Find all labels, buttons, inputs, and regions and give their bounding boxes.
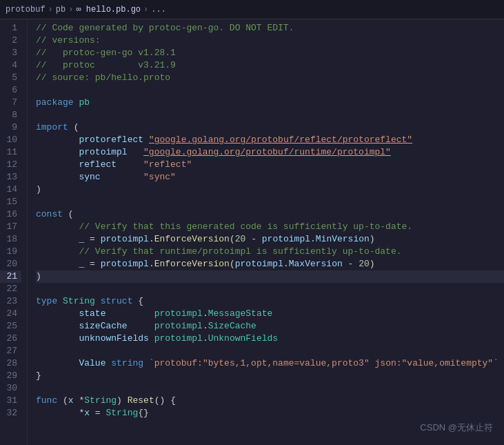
code-line: unknownFields protoimpl.UnknownFields	[36, 333, 504, 345]
code-line: // protoc v3.21.9	[36, 59, 504, 72]
code-line: sync "sync"	[36, 171, 504, 184]
code-line: _ = protoimpl.EnforceVersion(20 - protoi…	[36, 233, 504, 246]
code-line: reflect "reflect"	[36, 159, 504, 171]
code-line: // protoc-gen-go v1.28.1	[36, 47, 504, 59]
breadcrumb-part-4: ...	[151, 5, 166, 14]
code-line: const (	[36, 208, 504, 221]
code-line: protoreflect "google.golang.org/protobuf…	[36, 134, 504, 146]
breadcrumb-part-1[interactable]: protobuf	[6, 5, 46, 14]
code-line: // Verify that runtime/protoimpl is suff…	[36, 246, 504, 258]
code-line: type String struct {	[36, 295, 504, 308]
breadcrumb-part-2[interactable]: pb	[56, 5, 65, 14]
code-line: _ = protoimpl.EnforceVersion(protoimpl.M…	[36, 258, 504, 270]
code-line: Value string `protobuf:"bytes,1,opt,name…	[36, 357, 504, 370]
code-line	[36, 382, 504, 395]
code-line: // versions:	[36, 34, 504, 47]
code-line: func (x *String) Reset() {	[36, 395, 504, 407]
code-line: )	[36, 184, 504, 196]
code-line: )	[36, 270, 504, 283]
code-line	[36, 196, 504, 208]
code-line: package pb	[36, 97, 504, 109]
code-line: // Verify that this generated code is su…	[36, 221, 504, 233]
tab-bar: protobuf › pb › ∞ hello.pb.go › ...	[0, 0, 504, 19]
code-body[interactable]: // Code generated by protoc-gen-go. DO N…	[28, 19, 504, 445]
code-line	[36, 109, 504, 121]
code-line	[36, 345, 504, 357]
code-line: sizeCache protoimpl.SizeCache	[36, 320, 504, 333]
code-line: import (	[36, 121, 504, 134]
watermark: CSDN @无休止符	[420, 422, 493, 434]
code-line: // Code generated by protoc-gen-go. DO N…	[36, 22, 504, 34]
breadcrumb-part-3[interactable]: ∞ hello.pb.go	[76, 5, 141, 14]
code-line: }	[36, 370, 504, 382]
breadcrumb: protobuf › pb › ∞ hello.pb.go › ...	[6, 5, 166, 14]
code-line: state protoimpl.MessageState	[36, 308, 504, 320]
code-line: protoimpl "google.golang.org/protobuf/ru…	[36, 146, 504, 159]
code-line: // source: pb/hello.proto	[36, 72, 504, 84]
line-numbers: 1 2 3 4 5 6 7 8 9 10 11 12 13 14 15 16 1…	[0, 19, 28, 445]
code-line	[36, 283, 504, 295]
code-container: 1 2 3 4 5 6 7 8 9 10 11 12 13 14 15 16 1…	[0, 19, 504, 445]
code-line: *x = String{}	[36, 407, 504, 419]
code-line	[36, 84, 504, 97]
